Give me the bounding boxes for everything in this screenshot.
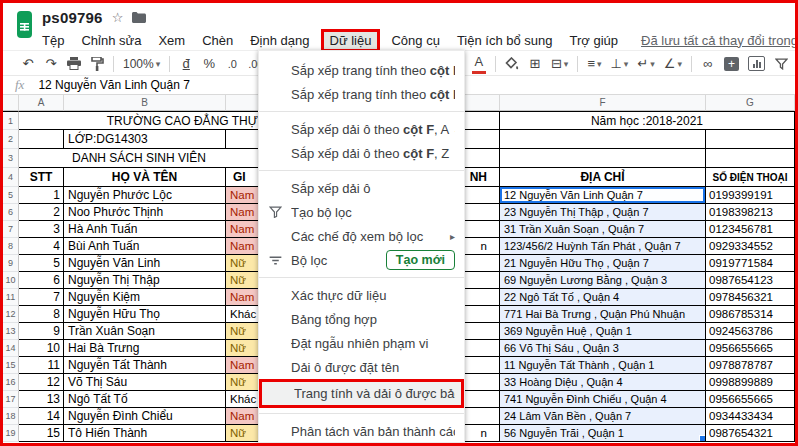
row-header[interactable]: 8 <box>3 238 19 255</box>
cell-phone[interactable]: 0919771584 <box>706 255 795 272</box>
cell-address[interactable]: 24 Lâm Văn Bền , Quận 7 <box>500 408 706 425</box>
cell-school-year[interactable]: Năm học :2018-2021 <box>500 111 795 130</box>
cell-name[interactable]: Nguyễn Tất Thành <box>64 357 226 374</box>
cell-address[interactable]: 23 Nguyễn Thị Thập , Quận 7 <box>500 204 706 221</box>
cell-stt[interactable]: 15 <box>19 425 64 442</box>
cell-name[interactable]: Nguyễn Hữu Thọ <box>64 306 226 323</box>
insert-comment-icon[interactable]: + <box>724 54 739 74</box>
cell-gender[interactable]: Nữ <box>226 340 260 357</box>
cell-phone[interactable]: 0978456321 <box>706 289 795 306</box>
header-address[interactable]: ĐỊA CHỈ <box>500 168 706 187</box>
cell-name[interactable]: Nguyễn Phước Lộc <box>64 187 226 204</box>
menu-item[interactable]: Sắp xếp trang tính theo cột F, Z → A <box>259 82 464 106</box>
create-new-button[interactable]: Tạo mới <box>386 250 455 270</box>
row-header[interactable]: 13 <box>3 323 19 340</box>
cell-phone[interactable]: 0123456781 <box>706 221 795 238</box>
cell-gender[interactable]: Nữ <box>226 272 260 289</box>
cell-phone[interactable]: 0956655665 <box>706 391 795 408</box>
cell-address[interactable]: 369 Nguyễn Huệ , Quận 1 <box>500 323 706 340</box>
menu-item[interactable]: Sắp xếp dải ô theo cột F, Z → A <box>259 141 464 165</box>
cell-phone[interactable]: 0199399191 <box>706 187 795 204</box>
cell-gender[interactable]: Khác <box>226 391 260 408</box>
cell-stt[interactable]: 12 <box>19 374 64 391</box>
cell-phone[interactable]: 0198398213 <box>706 204 795 221</box>
undo-icon[interactable]: ↶ <box>21 54 35 74</box>
insert-link-icon[interactable]: ∞ <box>701 54 715 74</box>
cell-name[interactable]: Nguyễn Thị Thập <box>64 272 226 289</box>
menu-help[interactable]: Trợ giúp <box>570 33 619 48</box>
format-percent-button[interactable]: % <box>202 54 216 74</box>
menu-tools[interactable]: Công cụ <box>391 33 439 48</box>
horizontal-align-icon[interactable]: ≡▾ <box>587 54 601 74</box>
cell-gender[interactable]: Khác <box>226 306 260 323</box>
formula-input[interactable]: 12 Nguyễn Văn Linh Quận 7 <box>38 78 189 92</box>
row-header[interactable]: 19 <box>3 425 19 442</box>
cell-stt[interactable]: 1 <box>19 187 64 204</box>
filter-icon[interactable] <box>774 54 788 74</box>
cell-address[interactable]: 33 Hoàng Diệu , Quận 4 <box>500 374 706 391</box>
column-header-f[interactable]: F <box>500 95 706 111</box>
cell-phone[interactable]: 0987654123 <box>706 272 795 289</box>
cell-phone[interactable]: 0934433434 <box>706 408 795 425</box>
cell-gender[interactable]: Nam <box>226 221 260 238</box>
cell-name[interactable]: Ngô Tất Tố <box>64 391 226 408</box>
menu-item[interactable]: Tạo bộ lọc <box>259 200 464 224</box>
cell-empty[interactable] <box>500 149 706 168</box>
column-header-c[interactable] <box>226 95 260 111</box>
cell-name[interactable]: Tô Hiến Thành <box>64 425 226 442</box>
cell-stt[interactable]: 3 <box>19 221 64 238</box>
cell-name[interactable]: Hai Bà Trưng <box>64 340 226 357</box>
cell-stt[interactable]: 10 <box>19 340 64 357</box>
cell-gender[interactable]: Nữ <box>226 425 260 442</box>
cell-phone[interactable]: 0924563786 <box>706 323 795 340</box>
menu-item[interactable]: Dải ô được đặt tên <box>259 355 464 379</box>
cell-stt[interactable]: 14 <box>19 408 64 425</box>
cell-address[interactable]: 69 Nguyễn Lương Bằng , Quận 3 <box>500 272 706 289</box>
header-phone[interactable]: SỐ ĐIỆN THOẠI <box>706 168 795 187</box>
cell-gender[interactable]: Nam <box>226 289 260 306</box>
cell-phone[interactable]: 0929334552 <box>706 238 795 255</box>
cell-gender[interactable]: Nam <box>226 408 260 425</box>
cell-phone[interactable]: 0987654321 <box>706 425 795 442</box>
cell-stt[interactable]: 5 <box>19 255 64 272</box>
cell-phone[interactable]: 0986785314 <box>706 306 795 323</box>
menu-item[interactable]: Sắp xếp dải ô theo cột F, A → Z <box>259 117 464 141</box>
menu-item[interactable]: Đặt ngẫu nhiên phạm vi <box>259 331 464 355</box>
vertical-align-icon[interactable]: ⊥▾ <box>611 54 629 74</box>
decrease-decimal-button[interactable]: .0 <box>225 54 239 74</box>
cell-name[interactable]: Bùi Anh Tuấn <box>64 238 226 255</box>
menu-file[interactable]: Tệp <box>42 33 64 48</box>
cell-address[interactable]: 771 Hai Bà Trưng , Quận Phú Nhuận <box>500 306 706 323</box>
borders-icon[interactable]: ⊞ <box>528 54 542 74</box>
row-header[interactable]: 15 <box>3 357 19 374</box>
select-all-corner[interactable] <box>3 95 19 111</box>
cell-name[interactable]: Nguyễn Văn Linh <box>64 255 226 272</box>
cell-phone[interactable]: 0956655665 <box>706 340 795 357</box>
menu-item[interactable]: Các chế độ xem bộ lọc ▸ <box>259 224 464 248</box>
cell-gender[interactable]: Nữ <box>226 255 260 272</box>
row-header[interactable]: 16 <box>3 374 19 391</box>
cell-stt[interactable]: 13 <box>19 391 64 408</box>
row-header[interactable]: 4 <box>3 168 19 187</box>
cell-stt[interactable]: 2 <box>19 204 64 221</box>
menu-item[interactable]: Bộ lọc Tạo mới <box>259 248 464 272</box>
column-header-g[interactable]: G <box>706 95 795 111</box>
cell-stt[interactable]: 6 <box>19 272 64 289</box>
cell-name[interactable]: Trần Xuân Soạn <box>64 323 226 340</box>
cell-name[interactable]: Noo Phước Thịnh <box>64 204 226 221</box>
menu-data-active[interactable]: Dữ liệu <box>321 29 381 52</box>
cell-name[interactable]: Võ Thị Sáu <box>64 374 226 391</box>
row-header[interactable]: 14 <box>3 340 19 357</box>
menu-item[interactable]: Bảng tổng hợp <box>259 307 464 331</box>
cell-name[interactable]: Hà Anh Tuấn <box>64 221 226 238</box>
menu-item[interactable]: Phân tách văn bản thành các cột <box>259 419 464 443</box>
cell-empty[interactable] <box>500 130 706 149</box>
sheets-logo-icon[interactable] <box>17 11 32 38</box>
fill-color-icon[interactable] <box>505 54 519 74</box>
text-wrap-icon[interactable]: ↵▾ <box>637 54 654 74</box>
cell-address[interactable]: 12 Nguyễn Văn Linh Quận 7 <box>500 187 706 204</box>
menu-item[interactable]: Sắp xếp trang tính theo cột F, A → Z <box>259 58 464 82</box>
star-icon[interactable]: ☆ <box>112 10 124 25</box>
cell-gender[interactable]: Nam <box>226 204 260 221</box>
header-gender[interactable]: GI <box>226 168 260 187</box>
